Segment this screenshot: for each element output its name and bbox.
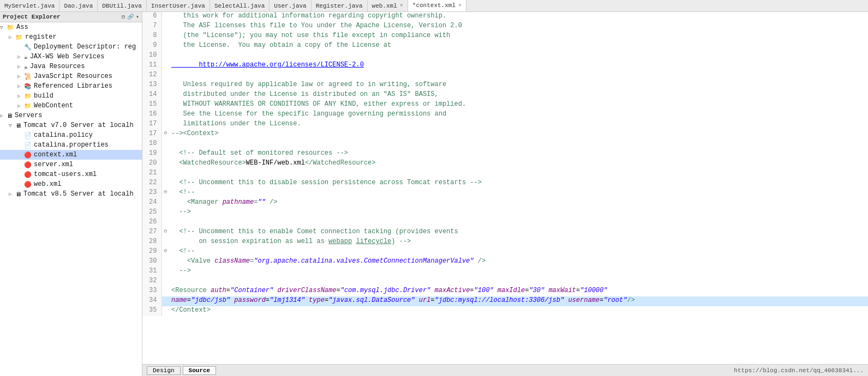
tree-arrow-icon[interactable]: ▷: [9, 191, 15, 197]
line-number: 22: [142, 179, 161, 189]
tree-file-icon: 🖥: [15, 122, 21, 129]
code-content: <!--: [169, 189, 868, 198]
tree-item[interactable]: ▷☕JAX-WS Web Services: [0, 52, 142, 62]
fold-icon: [161, 306, 169, 316]
collapse-icon[interactable]: ⊟: [122, 14, 125, 20]
tree-file-icon: ☕: [24, 63, 28, 70]
link-icon[interactable]: 🔗: [127, 14, 134, 20]
fold-icon[interactable]: ⊖: [161, 228, 169, 238]
code-row: 35</Context>: [142, 306, 868, 316]
tree-arrow-icon[interactable]: ▷: [17, 64, 24, 70]
fold-icon[interactable]: ⊖: [161, 130, 169, 140]
tree-item-label: Ass: [16, 23, 28, 31]
tree-item[interactable]: ▷🖥Tomcat v8.5 Server at localh: [0, 189, 142, 199]
bottom-tab-source[interactable]: Source: [183, 366, 217, 375]
code-container[interactable]: 6 this work for additional information r…: [142, 12, 868, 364]
tree-arrow-icon[interactable]: ▷: [17, 83, 24, 89]
tree-file-icon: 📄: [24, 132, 32, 139]
tree-item[interactable]: 🔧Deployment Descriptor: reg: [0, 42, 142, 52]
tree-file-icon: 📄: [24, 142, 32, 149]
bottom-tab-design[interactable]: Design: [147, 366, 181, 375]
close-tab-icon[interactable]: ×: [400, 3, 403, 9]
tree-item-label: register: [25, 33, 57, 41]
tree-item[interactable]: ▷📁WebContent: [0, 101, 142, 111]
tree-arrow-icon[interactable]: ▽: [9, 123, 15, 129]
fold-icon: [161, 81, 169, 90]
tree-item[interactable]: ▷📜JavaScript Resources: [0, 71, 142, 81]
tree-arrow-icon[interactable]: ▷: [17, 93, 24, 99]
tree-arrow-icon[interactable]: ▷: [0, 113, 7, 119]
tab-Dao_java[interactable]: Dao.java: [59, 0, 98, 11]
code-row: 34name="jdbc/jsb" password="lmj1314" typ…: [142, 296, 868, 306]
tab-MyServlet_java[interactable]: MyServlet.java: [0, 0, 59, 11]
fold-icon: [161, 12, 169, 22]
tree-arrow-icon[interactable]: ▽: [0, 25, 7, 31]
line-number: 31: [142, 267, 161, 277]
tab-web_xml[interactable]: web.xml×: [368, 0, 408, 11]
line-number: 26: [142, 218, 161, 228]
tree-arrow-icon[interactable]: ▷: [17, 103, 24, 109]
fold-icon: [161, 51, 169, 61]
fold-icon[interactable]: ⊖: [161, 247, 169, 257]
close-tab-icon[interactable]: ×: [458, 3, 462, 9]
tree-file-icon: 🔴: [24, 151, 32, 159]
line-number: 32: [142, 277, 161, 287]
fold-icon: [161, 218, 169, 228]
fold-icon: [161, 140, 169, 149]
tree-file-icon: 🔧: [24, 44, 32, 51]
tab-User_java[interactable]: User.java: [270, 0, 311, 11]
tree-file-icon: 📁: [7, 24, 14, 31]
tree-item-label: tomcat-users.xml: [34, 171, 97, 178]
tab-DBUtil_java[interactable]: DBUtil.java: [98, 0, 147, 11]
fold-icon[interactable]: ⊖: [161, 189, 169, 198]
code-content: <Valve className="org.apache.catalina.va…: [169, 257, 868, 267]
tab-SelectAll_java[interactable]: SelectAll.java: [210, 0, 270, 11]
line-number: 27: [142, 228, 161, 238]
tree-item-label: JavaScript Resources: [34, 72, 112, 80]
fold-icon: [161, 257, 169, 267]
sidebar-title: Project Explorer: [3, 14, 61, 20]
tab-_context_xml[interactable]: *context.xml×: [408, 0, 466, 11]
line-number: 8: [142, 32, 161, 41]
tree-item[interactable]: ▷📚Referenced Libraries: [0, 81, 142, 91]
tree-item[interactable]: ▷📁build: [0, 91, 142, 101]
code-content: name="jdbc/jsb" password="lmj1314" type=…: [169, 296, 868, 306]
code-content: [169, 140, 868, 149]
tree-item[interactable]: 🔴server.xml: [0, 160, 142, 169]
fold-icon: [161, 179, 169, 189]
tree-item-label: Tomcat v8.5 Server at localh: [23, 190, 134, 198]
tab-Register_java[interactable]: Register.java: [312, 0, 368, 11]
tree-item-label: Servers: [15, 112, 42, 119]
menu-icon[interactable]: ▾: [136, 14, 139, 20]
tree-arrow-icon[interactable]: ▷: [17, 54, 24, 60]
tree-item[interactable]: ▽🖥Tomcat v7.0 Server at localh: [0, 120, 142, 130]
fold-icon: [161, 110, 169, 120]
tree-item-label: server.xml: [34, 161, 73, 168]
line-number: 11: [142, 61, 161, 71]
tree-file-icon: 🔴: [24, 171, 32, 178]
tree-item[interactable]: 🔴context.xml: [0, 150, 142, 160]
line-number: 12: [142, 71, 161, 81]
tab-InsertUser_java[interactable]: InsertUser.java: [147, 0, 210, 11]
tree-item[interactable]: ▷📁register: [0, 32, 142, 42]
code-row: 17⊖--><Context>: [142, 130, 868, 140]
tree-item[interactable]: ▷🖥Servers: [0, 111, 142, 120]
fold-icon: [161, 149, 169, 159]
tree-item[interactable]: 🔴web.xml: [0, 179, 142, 189]
code-row: 9 the License. You may obtain a copy of …: [142, 41, 868, 51]
tree-item[interactable]: 📄catalina.policy: [0, 130, 142, 140]
tree-file-icon: 📁: [24, 93, 32, 100]
code-content: [169, 51, 868, 61]
status-text: https://blog.csdn.net/qq_40638341...: [734, 367, 864, 374]
code-content: [169, 277, 868, 287]
tab-bar: MyServlet.javaDao.javaDBUtil.javaInsertU…: [0, 0, 868, 12]
code-row: 20 <WatchedResource>WEB-INF/web.xml</Wat…: [142, 159, 868, 169]
tree-item[interactable]: ▽📁Ass: [0, 22, 142, 32]
tree-arrow-icon[interactable]: ▷: [17, 74, 24, 80]
tree-arrow-icon[interactable]: ▷: [9, 34, 15, 40]
tree-item[interactable]: ▷☕Java Resources: [0, 62, 142, 71]
code-content: [169, 218, 868, 228]
tree-item[interactable]: 🔴tomcat-users.xml: [0, 169, 142, 179]
tree-item[interactable]: 📄catalina.properties: [0, 140, 142, 150]
code-content: <!-- Uncomment this to enable Comet conn…: [169, 228, 868, 238]
